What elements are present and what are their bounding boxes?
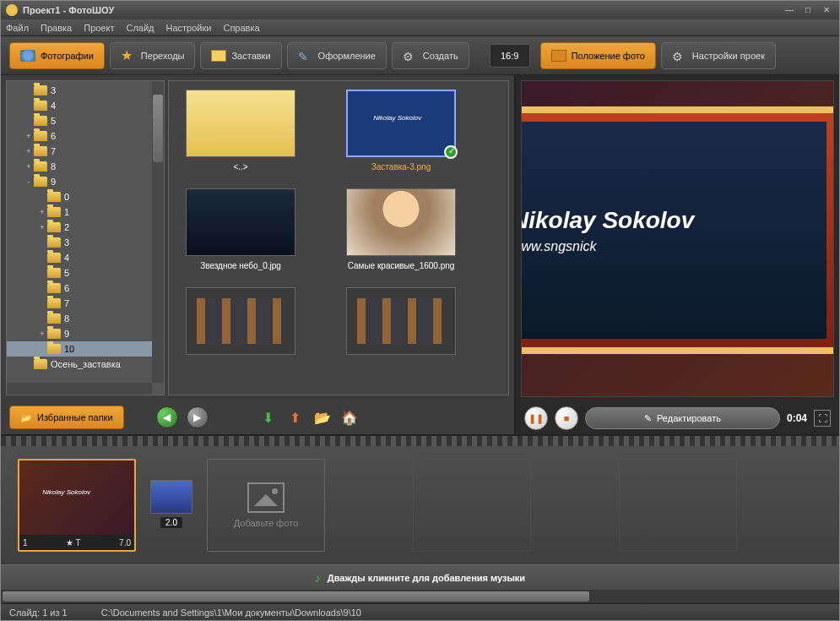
empty-slide-slot-2[interactable]: [413, 459, 531, 552]
tab-project-settings[interactable]: ⚙ Настройки проек: [661, 42, 776, 69]
tree-item-1[interactable]: +1: [7, 204, 164, 220]
pencil-icon: ✎: [644, 413, 652, 424]
empty-slide-slot-3[interactable]: [619, 459, 737, 552]
add-photo-slot[interactable]: Добавьте фото: [207, 459, 325, 552]
file-browser: 345+6+7+8-90+1+2345678+910Осень_заставка…: [1, 75, 514, 400]
empty-transition-slot-2[interactable]: [541, 459, 609, 552]
minimize-button[interactable]: —: [782, 4, 797, 16]
nav-forward-button[interactable]: ▶: [187, 406, 209, 428]
tree-item-5[interactable]: 5: [7, 265, 164, 281]
thumb-label: Самые красивые_1600.png: [348, 261, 455, 270]
tree-item-label: 4: [64, 253, 69, 263]
thumb-item-3[interactable]: [177, 287, 304, 360]
thumb-label: Звездное небо_0.jpg: [200, 261, 281, 270]
preview-viewport[interactable]: Nikolay Sokolov www.sngsnick: [521, 80, 834, 397]
tree-item-10[interactable]: 10: [7, 341, 164, 357]
tree-scrollbar-vertical[interactable]: [152, 81, 164, 383]
menu-edit[interactable]: Правка: [41, 23, 72, 33]
timeline-scroll-thumb[interactable]: [3, 591, 589, 602]
tree-item-5[interactable]: 5: [7, 113, 164, 128]
tab-design[interactable]: ✎ Оформление: [287, 42, 387, 69]
tree-item-4[interactable]: 4: [7, 98, 164, 113]
thumb-parent-folder[interactable]: <..>: [177, 90, 304, 172]
mid-area: 345+6+7+8-90+1+2345678+910Осень_заставка…: [1, 75, 839, 434]
aspect-ratio[interactable]: 16:9: [490, 44, 530, 68]
tree-item-label: 7: [64, 298, 69, 308]
tree-scrollbar-horizontal[interactable]: [7, 383, 152, 395]
tree-expander-icon[interactable]: -: [24, 177, 34, 186]
download-button[interactable]: ⬇: [259, 408, 278, 427]
transition-1-duration[interactable]: 2.0: [160, 517, 182, 528]
fullscreen-button[interactable]: ⛶: [814, 410, 831, 427]
tree-expander-icon[interactable]: +: [37, 208, 47, 216]
tab-splash[interactable]: Заставки: [200, 42, 281, 69]
tree-item-8[interactable]: +8: [7, 159, 164, 174]
menu-file[interactable]: Файл: [6, 23, 29, 33]
tab-create[interactable]: ⚙ Создать: [392, 42, 469, 69]
tree-item-Осень_заставка[interactable]: Осень_заставка: [7, 357, 164, 372]
tab-photo-position[interactable]: Положение фото: [540, 42, 656, 69]
slide-1[interactable]: Nikolay Sokolov 1 ★ T 7.0: [18, 459, 136, 552]
timeline-scrollbar[interactable]: [1, 590, 839, 603]
tree-expander-icon[interactable]: +: [24, 162, 34, 171]
upload-button[interactable]: ⬆: [286, 408, 305, 427]
tree-item-label: 10: [64, 344, 74, 354]
slide-1-star-icon[interactable]: ★ T: [66, 538, 81, 547]
favorites-button[interactable]: 📂 Избранные папки: [9, 406, 124, 429]
slides-row: Nikolay Sokolov 1 ★ T 7.0 2.0 Добавьте ф…: [1, 446, 839, 564]
tree-expander-icon[interactable]: +: [24, 132, 34, 140]
position-icon: [551, 50, 566, 62]
nav-back-button[interactable]: ◀: [156, 406, 178, 428]
edit-button[interactable]: ✎ Редактировать: [585, 407, 780, 429]
tab-photos[interactable]: Фотографии: [9, 42, 105, 69]
menu-help[interactable]: Справка: [223, 23, 259, 33]
music-track[interactable]: ♪ Дважды кликните для добавления музыки: [1, 564, 839, 590]
open-folder-button[interactable]: 📂: [313, 408, 332, 427]
menu-project[interactable]: Проект: [84, 23, 114, 33]
tree-expander-icon[interactable]: +: [37, 223, 47, 232]
tree-expander-icon[interactable]: +: [24, 147, 34, 155]
tree-item-3[interactable]: 3: [7, 83, 164, 98]
add-photo-label: Добавьте фото: [234, 518, 299, 528]
folder-icon: [47, 283, 61, 293]
thumb-item-1[interactable]: Звездное небо_0.jpg: [177, 188, 304, 270]
tab-photopos-label: Положение фото: [572, 51, 645, 61]
close-button[interactable]: ✕: [819, 4, 834, 16]
thumb-item-4[interactable]: [338, 287, 464, 360]
empty-transition-slot[interactable]: [335, 459, 403, 552]
folder-icon: [34, 116, 47, 126]
slide-1-duration[interactable]: 7.0: [119, 538, 131, 547]
thumb-item-2[interactable]: Самые красивые_1600.png: [338, 188, 464, 270]
add-photo-icon: [247, 482, 285, 513]
tree-expander-icon[interactable]: +: [37, 330, 47, 338]
tree-item-0[interactable]: 0: [7, 189, 164, 204]
tree-item-6[interactable]: 6: [7, 281, 164, 296]
tree-item-7[interactable]: +7: [7, 144, 164, 159]
transition-1[interactable]: 2.0: [146, 480, 197, 531]
tree-item-2[interactable]: +2: [7, 220, 164, 235]
tree-item-9[interactable]: +9: [7, 326, 164, 341]
tree-item-9[interactable]: -9: [7, 174, 164, 189]
tree-item-3[interactable]: 3: [7, 235, 164, 250]
image-icon: [211, 50, 226, 62]
maximize-button[interactable]: □: [800, 4, 816, 16]
tree-item-7[interactable]: 7: [7, 296, 164, 311]
tree-item-label: 7: [51, 146, 56, 156]
folder-tree[interactable]: 345+6+7+8-90+1+2345678+910Осень_заставка: [6, 80, 165, 395]
menu-slide[interactable]: Слайд: [126, 23, 154, 33]
tree-item-8[interactable]: 8: [7, 311, 164, 326]
home-folder-button[interactable]: 🏠: [340, 408, 359, 427]
app-icon: ☺: [6, 4, 18, 16]
tree-item-label: 5: [51, 116, 56, 126]
tree-item-label: 8: [64, 313, 69, 324]
thumb-box: [346, 90, 456, 157]
left-panel: 345+6+7+8-90+1+2345678+910Осень_заставка…: [1, 75, 516, 434]
tab-transitions[interactable]: ★ Переходы: [110, 42, 196, 69]
tree-item-6[interactable]: +6: [7, 128, 164, 144]
tree-item-4[interactable]: 4: [7, 250, 164, 265]
pause-button[interactable]: ❚❚: [524, 406, 548, 430]
menu-settings[interactable]: Настройки: [166, 23, 212, 33]
stop-button[interactable]: ■: [555, 406, 578, 430]
tree-scroll-thumb[interactable]: [153, 95, 163, 162]
thumb-item-0[interactable]: Заставка-3.png: [338, 90, 464, 172]
